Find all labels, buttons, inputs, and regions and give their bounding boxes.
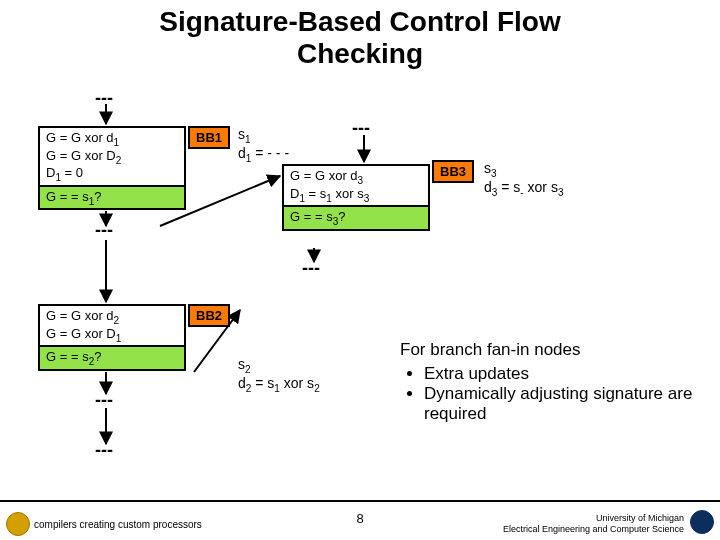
bb1-tag: BB1 xyxy=(188,126,230,149)
notes-bullet-1: Extra updates xyxy=(424,364,700,384)
title-line1: Signature-Based Control Flow xyxy=(159,6,560,37)
brand-block: compilers creating custom processors xyxy=(6,512,202,536)
notes-header: For branch fan-in nodes xyxy=(400,340,700,360)
dash-top-bb1: --- xyxy=(95,88,113,109)
slide-title: Signature-Based Control Flow Checking xyxy=(0,6,720,70)
bb1-meta: s1 d1 = - - - xyxy=(238,126,289,164)
bb1-body: G = G xor d1 G = G xor D2 D1 = 0 xyxy=(40,128,184,187)
university-block: University of Michigan Electrical Engine… xyxy=(503,513,684,534)
bb2-body: G = G xor d2 G = G xor D1 xyxy=(40,306,184,347)
brand-logo-icon xyxy=(6,512,30,536)
dash-mid-bb2: --- xyxy=(95,390,113,411)
node-bb3: G = G xor d3 D1 = s1 xor s3 G = = s3? xyxy=(282,164,430,231)
bb1-check: G = = s1? xyxy=(40,187,184,209)
brand-text: compilers creating custom processors xyxy=(34,519,202,530)
node-bb1: G = G xor d1 G = G xor D2 D1 = 0 G = = s… xyxy=(38,126,186,210)
bb3-body: G = G xor d3 D1 = s1 xor s3 xyxy=(284,166,428,207)
bb3-tag: BB3 xyxy=(432,160,474,183)
notes-block: For branch fan-in nodes Extra updates Dy… xyxy=(400,340,700,424)
dash-mid-bb1: --- xyxy=(95,220,113,241)
bb2-tag: BB2 xyxy=(188,304,230,327)
university-line1: University of Michigan xyxy=(503,513,684,523)
node-bb2: G = G xor d2 G = G xor D1 G = = s2? xyxy=(38,304,186,371)
notes-bullet-2: Dynamically adjusting signature are requ… xyxy=(424,384,700,424)
dash-bot-bb2: --- xyxy=(95,440,113,461)
title-line2: Checking xyxy=(297,38,423,69)
dash-bot-bb3: --- xyxy=(302,258,320,279)
page-number: 8 xyxy=(356,511,363,526)
bb2-check: G = = s2? xyxy=(40,347,184,369)
bb2-meta: s2 d2 = s1 xor s2 xyxy=(238,356,320,394)
bb3-check: G = = s3? xyxy=(284,207,428,229)
footer: compilers creating custom processors 8 U… xyxy=(0,500,720,540)
university-line2: Electrical Engineering and Computer Scie… xyxy=(503,524,684,534)
bb3-meta: s3 d3 = s- xor s3 xyxy=(484,160,563,198)
dash-top-bb3: --- xyxy=(352,118,370,139)
university-seal-icon xyxy=(690,510,714,534)
